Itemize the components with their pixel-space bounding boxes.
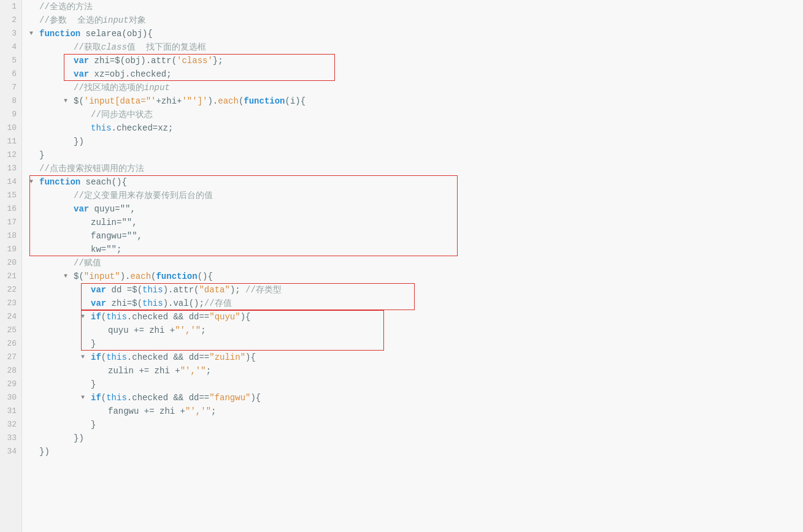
token: 值 找下面的复选框 <box>127 40 206 54</box>
token: ).val(); <box>163 297 204 310</box>
token: this <box>91 121 112 135</box>
token: 对象 <box>129 13 146 27</box>
line-number: 1 <box>0 0 17 13</box>
token: "input" <box>84 270 120 283</box>
token: if <box>91 310 101 324</box>
token: "','" <box>180 364 206 378</box>
line-number: 5 <box>0 54 17 67</box>
line-number: 30 <box>0 391 17 405</box>
code-line: fangwu="", <box>29 229 803 243</box>
code-line: ▼if(this.checked && dd=="zulin"){ <box>29 351 803 364</box>
code-line: ▼if(this.checked && dd=="fangwu"){ <box>29 391 803 405</box>
code-line: zulin += zhi +"','"; <box>29 364 803 378</box>
fold-arrow[interactable]: ▼ <box>81 351 90 364</box>
code-line: //同步选中状态 <box>29 108 803 121</box>
fold-arrow[interactable]: ▼ <box>81 391 90 405</box>
line-number: 6 <box>0 67 17 81</box>
line-number: 29 <box>0 378 17 391</box>
token: "data" <box>199 283 229 297</box>
token: .checked=xz; <box>112 121 174 135</box>
code-line: var zhi=$(obj).attr('class'}; <box>29 54 803 67</box>
token: ){ <box>250 391 261 405</box>
code-line: quyu += zhi +"','"; <box>29 324 803 337</box>
token: var <box>74 67 89 81</box>
token: 'input[data="' <box>84 94 156 108</box>
line-number: 18 <box>0 229 17 243</box>
line-number: 14 <box>0 175 17 189</box>
code-line: fangwu += zhi +"','"; <box>29 405 803 418</box>
code-line: //获取class值 找下面的复选框 <box>29 40 803 54</box>
code-line: //赋值 <box>29 256 803 270</box>
token: quyu="", <box>89 202 136 216</box>
line-number: 9 <box>0 108 17 121</box>
token: var <box>91 283 106 297</box>
token: //同步选中状态 <box>91 108 153 121</box>
token: (){ <box>198 270 213 283</box>
token: this <box>142 297 163 310</box>
token: each <box>218 94 239 108</box>
token: if <box>91 351 101 364</box>
token: ){ <box>245 351 256 364</box>
code-editor: 1234567891011121314151617181920212223242… <box>0 0 803 532</box>
token: function <box>39 27 80 40</box>
line-number: 23 <box>0 297 17 310</box>
line-number: 2 <box>0 13 17 27</box>
token: function <box>39 175 80 189</box>
token: fangwu="", <box>91 229 142 243</box>
token: zulin += zhi + <box>108 364 180 378</box>
token: "fangwu" <box>209 391 250 405</box>
token: ). <box>120 270 131 283</box>
token: ); <box>230 283 245 297</box>
token: "quyu" <box>209 310 240 324</box>
token: } <box>91 337 96 351</box>
fold-arrow[interactable]: ▼ <box>64 270 72 283</box>
token: +zhi+ <box>156 94 182 108</box>
token: ( <box>101 310 106 324</box>
token: }; <box>213 54 223 67</box>
line-number: 8 <box>0 94 17 108</box>
line-numbers: 1234567891011121314151617181920212223242… <box>0 0 22 532</box>
line-number: 21 <box>0 270 17 283</box>
token: ; <box>201 324 206 337</box>
code-line: ▼if(this.checked && dd=="quyu"){ <box>29 310 803 324</box>
code-line: //参数 全选的input对象 <box>29 13 803 27</box>
code-line: var xz=obj.checked; <box>29 67 803 81</box>
token: 'class' <box>177 54 213 67</box>
token: //找区域的选项的 <box>74 81 144 94</box>
token: "','" <box>185 405 211 418</box>
line-number: 17 <box>0 216 17 229</box>
code-line: ▼$('input[data="'+zhi+'"']').each(functi… <box>29 94 803 108</box>
code-line: //找区域的选项的input <box>29 81 803 94</box>
line-number: 19 <box>0 243 17 256</box>
code-line: this.checked=xz; <box>29 121 803 135</box>
code-line: kw=""; <box>29 243 803 256</box>
line-number: 20 <box>0 256 17 270</box>
token: this <box>106 351 127 364</box>
fold-arrow[interactable]: ▼ <box>29 175 38 189</box>
code-line: }) <box>29 445 803 458</box>
line-number: 32 <box>0 418 17 431</box>
code-line: //全选的方法 <box>29 0 803 13</box>
code-line: var quyu="", <box>29 202 803 216</box>
token: function <box>244 94 285 108</box>
token: zhi=$(obj).attr( <box>89 54 177 67</box>
token: .checked && dd== <box>127 310 209 324</box>
token: var <box>74 202 89 216</box>
line-number: 10 <box>0 121 17 135</box>
fold-arrow[interactable]: ▼ <box>81 310 90 324</box>
token: //全选的方法 <box>39 0 93 13</box>
line-number: 25 <box>0 324 17 337</box>
token: ( <box>101 351 106 364</box>
fold-arrow[interactable]: ▼ <box>29 27 38 40</box>
fold-arrow[interactable]: ▼ <box>64 94 72 108</box>
token: ; <box>206 364 211 378</box>
token: ( <box>239 94 244 108</box>
token: this <box>106 310 127 324</box>
code-line: } <box>29 418 803 431</box>
token: $( <box>74 94 84 108</box>
token: xz=obj.checked; <box>89 67 171 81</box>
line-number: 26 <box>0 337 17 351</box>
line-number: 4 <box>0 40 17 54</box>
code-line: //定义变量用来存放要传到后台的值 <box>29 189 803 202</box>
line-number: 28 <box>0 364 17 378</box>
